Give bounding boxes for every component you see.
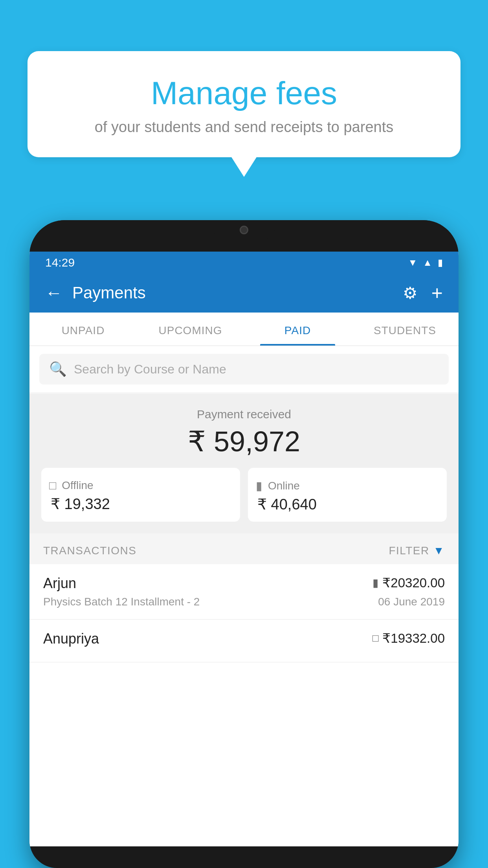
search-box[interactable]: 🔍 Search by Course or Name — [39, 354, 449, 384]
online-card-header: ▮ Online — [256, 479, 300, 493]
camera-dot — [240, 226, 248, 234]
transaction-row-bottom: Physics Batch 12 Installment - 2 06 June… — [43, 596, 445, 608]
tab-paid[interactable]: PAID — [244, 313, 351, 346]
wifi-icon: ▼ — [408, 257, 417, 268]
transaction-amount: □ ₹19332.00 — [372, 631, 445, 646]
add-button[interactable]: + — [429, 281, 445, 304]
app-header: ← Payments ⚙ + — [29, 273, 459, 313]
status-time: 14:29 — [45, 256, 75, 269]
transaction-list: Arjun ▮ ₹20320.00 Physics Batch 12 Insta… — [29, 564, 459, 846]
transaction-item[interactable]: Anupriya □ ₹19332.00 — [29, 620, 459, 662]
tab-students[interactable]: STUDENTS — [351, 313, 459, 346]
transaction-amount: ▮ ₹20320.00 — [372, 575, 445, 590]
card-payment-icon: ▮ — [372, 576, 378, 589]
transaction-name: Arjun — [43, 575, 76, 592]
transaction-row-top: Anupriya □ ₹19332.00 — [43, 631, 445, 647]
bubble-title: Manage fees — [47, 75, 441, 112]
transaction-date: 06 June 2019 — [378, 596, 445, 608]
status-icons: ▼ ▲ ▮ — [408, 257, 443, 268]
online-amount: ₹ 40,640 — [256, 496, 317, 513]
online-payment-card: ▮ Online ₹ 40,640 — [248, 468, 447, 522]
offline-label: Offline — [62, 479, 93, 492]
transaction-item[interactable]: Arjun ▮ ₹20320.00 Physics Batch 12 Insta… — [29, 564, 459, 620]
tabs-bar: UNPAID UPCOMING PAID STUDENTS — [29, 313, 459, 346]
search-icon: 🔍 — [49, 361, 67, 377]
offline-icon: □ — [49, 479, 56, 492]
app-content: 14:29 ▼ ▲ ▮ ← Payments ⚙ + UNPAID UPCOMI… — [29, 252, 459, 846]
payment-received-label: Payment received — [41, 408, 447, 421]
battery-icon: ▮ — [438, 257, 443, 268]
transaction-description: Physics Batch 12 Installment - 2 — [43, 596, 200, 608]
online-label: Online — [268, 480, 300, 492]
offline-amount: ₹ 19,332 — [49, 495, 110, 513]
transaction-row-top: Arjun ▮ ₹20320.00 — [43, 575, 445, 592]
phone-top-bezel — [29, 220, 459, 252]
filter-button[interactable]: FILTER ▼ — [389, 544, 445, 557]
transactions-header: TRANSACTIONS FILTER ▼ — [29, 533, 459, 564]
header-title: Payments — [72, 283, 391, 302]
transactions-label: TRANSACTIONS — [43, 544, 136, 557]
phone-frame: 14:29 ▼ ▲ ▮ ← Payments ⚙ + UNPAID UPCOMI… — [29, 220, 459, 868]
settings-icon[interactable]: ⚙ — [399, 283, 422, 303]
search-input[interactable]: Search by Course or Name — [74, 362, 226, 377]
filter-icon: ▼ — [433, 544, 445, 557]
signal-icon: ▲ — [423, 257, 432, 268]
payment-total-amount: ₹ 59,972 — [41, 425, 447, 458]
transaction-name: Anupriya — [43, 631, 99, 647]
payment-summary: Payment received ₹ 59,972 □ Offline ₹ 19… — [29, 394, 459, 533]
offline-card-header: □ Offline — [49, 479, 94, 492]
tab-unpaid[interactable]: UNPAID — [29, 313, 137, 346]
tab-upcoming[interactable]: UPCOMING — [137, 313, 244, 346]
filter-label: FILTER — [389, 544, 429, 557]
phone-notch — [213, 220, 275, 240]
online-icon: ▮ — [256, 479, 262, 493]
payment-cards: □ Offline ₹ 19,332 ▮ Online ₹ 40,640 — [41, 468, 447, 522]
offline-payment-card: □ Offline ₹ 19,332 — [41, 468, 240, 522]
status-bar: 14:29 ▼ ▲ ▮ — [29, 252, 459, 273]
bubble-subtitle: of your students and send receipts to pa… — [47, 119, 441, 136]
back-button[interactable]: ← — [43, 281, 64, 305]
search-container: 🔍 Search by Course or Name — [29, 346, 459, 392]
offline-payment-icon: □ — [372, 632, 379, 644]
speech-bubble: Manage fees of your students and send re… — [28, 51, 460, 157]
